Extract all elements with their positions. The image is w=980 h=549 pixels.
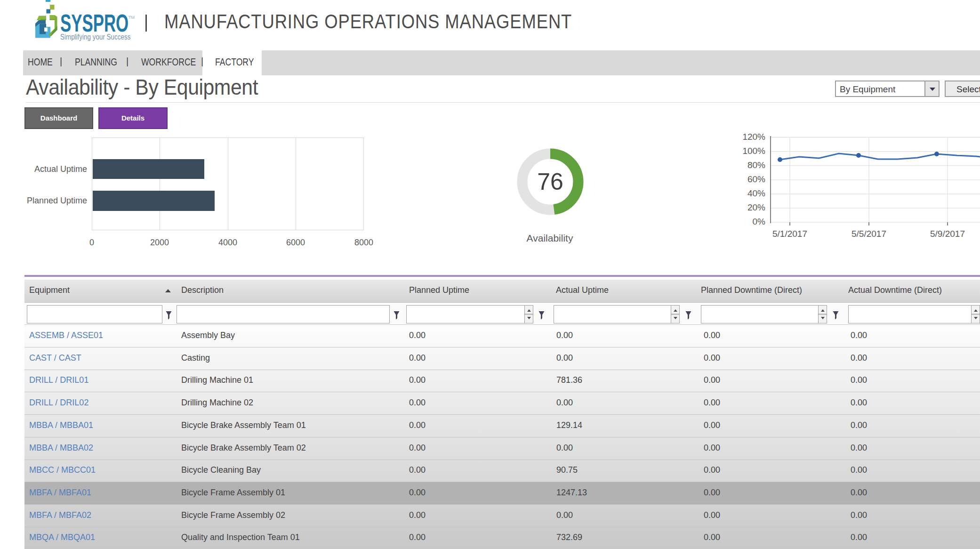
svg-text:40%: 40%: [747, 188, 765, 198]
svg-text:76: 76: [537, 169, 563, 195]
svg-text:5/1/2017: 5/1/2017: [772, 229, 807, 239]
svg-text:5/9/2017: 5/9/2017: [930, 229, 965, 239]
svg-text:120%: 120%: [742, 132, 765, 142]
svg-text:100%: 100%: [742, 146, 765, 156]
svg-text:5/5/2017: 5/5/2017: [851, 229, 886, 239]
svg-text:80%: 80%: [747, 160, 765, 170]
svg-text:20%: 20%: [747, 202, 765, 212]
svg-text:60%: 60%: [747, 174, 765, 184]
svg-text:0%: 0%: [753, 217, 766, 226]
